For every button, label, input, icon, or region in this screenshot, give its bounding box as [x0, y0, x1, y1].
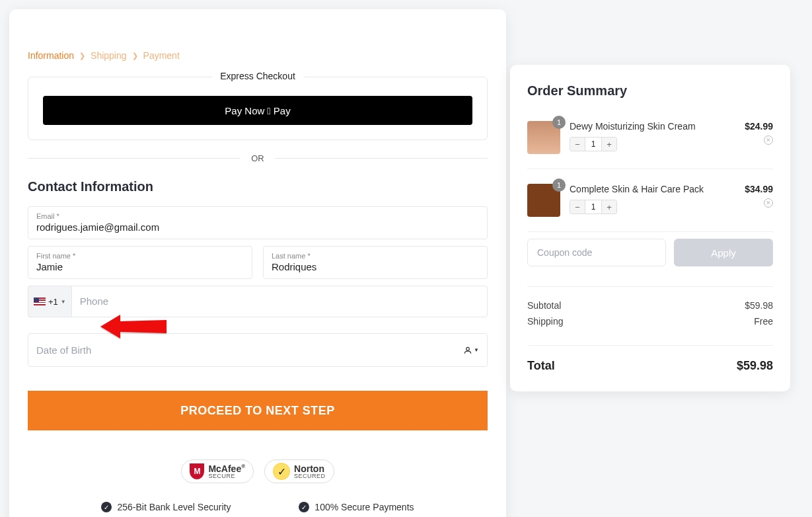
apple-icon:  — [267, 105, 270, 116]
breadcrumb-step-shipping[interactable]: Shipping — [91, 50, 127, 61]
or-text: OR — [251, 153, 264, 163]
chevron-right-icon: ❯ — [132, 52, 138, 60]
total-value: $59.98 — [737, 359, 773, 373]
product-image: 1 — [527, 184, 560, 217]
breadcrumb: Information ❯ Shipping ❯ Payment — [28, 50, 488, 61]
profile-dropdown-icon[interactable]: ▼ — [463, 346, 479, 355]
order-summary-title: Order Summary — [527, 83, 773, 99]
qty-increase-button[interactable]: + — [602, 138, 616, 151]
subtotal-value: $59.98 — [745, 300, 773, 311]
remove-item-button[interactable]: ✕ — [764, 136, 773, 145]
contact-info-title: Contact Information — [28, 179, 488, 194]
cart-item: 1 Complete Skin & Hair Care Pack − 1 + $… — [527, 176, 773, 232]
subtotal-line: Subtotal $59.98 — [527, 300, 773, 311]
shipping-label: Shipping — [527, 316, 564, 327]
shipping-value: Free — [754, 316, 773, 327]
express-checkout-box: Express Checkout Pay Now Pay — [28, 77, 488, 140]
qty-badge: 1 — [552, 116, 566, 129]
remove-item-button[interactable]: ✕ — [764, 198, 773, 208]
country-code-text: +1 — [48, 297, 58, 307]
trust-badges-row: M McAfee® SECURE ✓ Norton SECURED — [28, 459, 488, 483]
svg-point-0 — [466, 347, 470, 350]
last-name-field-wrapper[interactable]: Last name * — [263, 246, 488, 279]
last-name-input[interactable] — [272, 261, 479, 272]
security-item-secure-payments: ✓ 100% Secure Payments — [299, 502, 414, 512]
shipping-line: Shipping Free — [527, 316, 773, 327]
email-label: Email * — [36, 212, 479, 220]
pay-now-button[interactable]: Pay Now Pay — [43, 96, 472, 125]
mcafee-subtext: SECURE — [208, 473, 245, 479]
chevron-down-icon: ▼ — [61, 299, 66, 305]
product-name: Dewy Moisturizing Skin Cream — [570, 121, 735, 132]
mcafee-badge: M McAfee® SECURE — [181, 459, 254, 483]
check-circle-icon: ✓ — [299, 502, 309, 512]
norton-check-icon: ✓ — [273, 463, 290, 480]
dob-field-wrapper[interactable]: ▼ — [28, 333, 488, 367]
totals-section: Subtotal $59.98 Shipping Free Total $59.… — [527, 286, 773, 373]
order-summary-card: Order Summary 1 Dewy Moisturizing Skin C… — [510, 65, 790, 391]
first-name-field-wrapper[interactable]: First name * — [28, 246, 252, 279]
norton-subtext: SECURED — [294, 473, 326, 479]
or-divider: OR — [28, 153, 488, 163]
pay-now-text: Pay Now — [225, 105, 264, 116]
check-circle-icon: ✓ — [101, 502, 112, 512]
product-name: Complete Skin & Hair Care Pack — [570, 184, 735, 194]
us-flag-icon — [34, 298, 46, 305]
country-code-selector[interactable]: +1 ▼ — [28, 286, 71, 317]
total-label: Total — [527, 359, 555, 373]
qty-decrease-button[interactable]: − — [570, 138, 585, 151]
qty-stepper: − 1 + — [570, 200, 617, 214]
email-input[interactable] — [36, 221, 479, 233]
chevron-down-icon: ▼ — [474, 347, 479, 353]
cart-item: 1 Dewy Moisturizing Skin Cream − 1 + $24… — [527, 113, 773, 169]
breadcrumb-step-payment[interactable]: Payment — [143, 50, 180, 61]
subtotal-label: Subtotal — [527, 300, 561, 311]
grand-total-line: Total $59.98 — [527, 345, 773, 373]
phone-input[interactable] — [80, 296, 479, 307]
last-name-label: Last name * — [272, 252, 479, 260]
chevron-right-icon: ❯ — [79, 52, 85, 60]
security-assurance-row: ✓ 256-Bit Bank Level Security ✓ 100% Sec… — [28, 502, 488, 512]
qty-badge: 1 — [552, 179, 566, 192]
express-checkout-label: Express Checkout — [212, 71, 303, 81]
first-name-input[interactable] — [36, 261, 244, 272]
phone-input-wrapper[interactable] — [71, 286, 488, 317]
checkout-form-card: Information ❯ Shipping ❯ Payment Express… — [9, 9, 506, 517]
qty-decrease-button[interactable]: − — [570, 200, 585, 214]
dob-input[interactable] — [36, 344, 463, 356]
reg-mark: ® — [241, 463, 245, 469]
coupon-row: Apply — [527, 239, 773, 266]
email-field-wrapper[interactable]: Email * — [28, 206, 488, 239]
divider-line — [28, 158, 240, 159]
norton-badge: ✓ Norton SECURED — [264, 459, 334, 483]
first-name-label: First name * — [36, 252, 244, 260]
mcafee-shield-icon: M — [190, 463, 204, 479]
norton-text: Norton — [294, 464, 326, 473]
qty-value: 1 — [585, 138, 602, 151]
coupon-input[interactable] — [527, 239, 666, 266]
security-item-256bit: ✓ 256-Bit Bank Level Security — [101, 502, 231, 512]
product-image: 1 — [527, 121, 560, 154]
security-text: 100% Secure Payments — [314, 502, 414, 512]
pay-suffix: Pay — [274, 105, 291, 116]
proceed-button[interactable]: PROCEED TO NEXT STEP — [28, 391, 488, 430]
qty-stepper: − 1 + — [570, 137, 617, 151]
apply-coupon-button[interactable]: Apply — [674, 239, 773, 266]
phone-field-wrapper: +1 ▼ — [28, 286, 488, 317]
security-text: 256-Bit Bank Level Security — [117, 502, 231, 512]
divider-line — [275, 158, 488, 159]
qty-increase-button[interactable]: + — [602, 200, 616, 214]
product-price: $24.99 — [745, 121, 773, 132]
qty-value: 1 — [585, 200, 602, 214]
breadcrumb-step-information[interactable]: Information — [28, 50, 74, 61]
product-price: $34.99 — [745, 184, 773, 194]
